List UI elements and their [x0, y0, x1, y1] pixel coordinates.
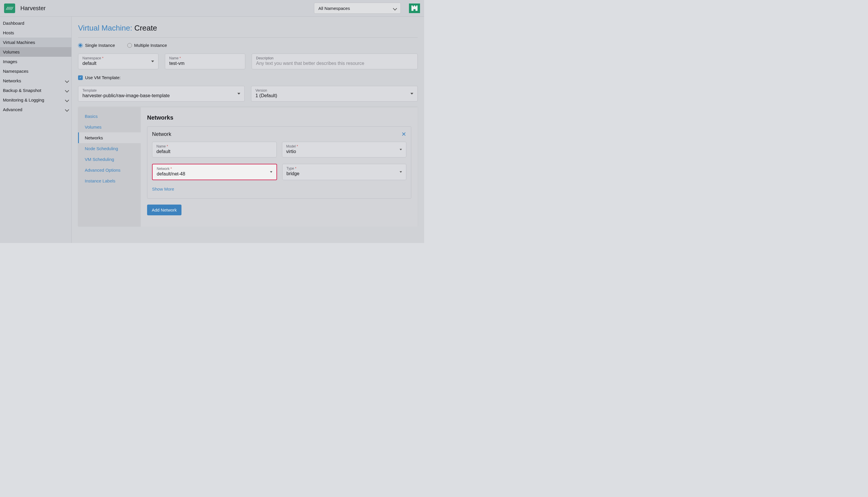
namespace-selected-value: All Namespaces	[318, 6, 350, 11]
network-type-field[interactable]: Type * bridge	[282, 164, 407, 180]
sidebar: DashboardHostsVirtual MachinesVolumesIma…	[0, 17, 72, 243]
namespace-value: default	[82, 61, 154, 66]
version-value: 1 (Default)	[256, 93, 413, 98]
version-field[interactable]: Version 1 (Default)	[251, 86, 418, 102]
sidebar-item-label: Dashboard	[3, 21, 24, 26]
description-field[interactable]: Description Any text you want that bette…	[252, 54, 418, 69]
sidebar-item-label: Volumes	[3, 49, 20, 54]
sidebar-item-label: Monitoring & Logging	[3, 98, 44, 102]
show-more-link[interactable]: Show More	[152, 186, 174, 191]
radio-single-label: Single Instance	[85, 43, 115, 48]
name-value: test-vm	[169, 61, 241, 66]
wheat-icon	[5, 5, 14, 11]
template-label: Template	[82, 88, 240, 93]
network-name-label: Name *	[156, 144, 272, 148]
description-placeholder: Any text you want that better describes …	[256, 61, 413, 66]
sidebar-item-label: Hosts	[3, 30, 14, 35]
top-header: Harvester All Namespaces	[0, 0, 424, 17]
page-title: Virtual Machine: Create	[78, 24, 418, 38]
network-model-value: virtio	[286, 149, 402, 154]
sidebar-item-virtual-machines[interactable]: Virtual Machines	[0, 38, 71, 47]
app-logo[interactable]	[409, 3, 420, 13]
tab-vm-scheduling[interactable]: VM Scheduling	[78, 154, 141, 165]
chevron-down-icon	[66, 98, 68, 102]
instance-mode-row: Single Instance Multiple Instance	[78, 43, 418, 48]
sidebar-item-label: Networks	[3, 78, 21, 83]
castle-icon	[410, 4, 418, 12]
tab-node-scheduling[interactable]: Node Scheduling	[78, 143, 141, 154]
sidebar-item-dashboard[interactable]: Dashboard	[0, 18, 71, 28]
name-label: Name *	[169, 56, 241, 60]
use-template-row[interactable]: ✓ Use VM Template:	[78, 75, 418, 80]
radio-single-instance[interactable]: Single Instance	[78, 43, 115, 48]
sidebar-item-label: Images	[3, 59, 17, 64]
network-model-field[interactable]: Model * virtio	[282, 142, 407, 157]
network-card-title: Network	[152, 131, 171, 137]
sidebar-item-label: Advanced	[3, 107, 23, 112]
tab-advanced-options[interactable]: Advanced Options	[78, 165, 141, 175]
network-network-label: Network *	[157, 167, 272, 171]
use-template-label: Use VM Template:	[85, 75, 121, 80]
network-name-field[interactable]: Name * default	[152, 142, 277, 157]
harvester-logo[interactable]	[4, 3, 15, 13]
tab-instance-labels[interactable]: Instance Labels	[78, 175, 141, 186]
sidebar-item-namespaces[interactable]: Namespaces	[0, 66, 71, 76]
network-type-label: Type *	[287, 167, 402, 171]
sidebar-item-label: Backup & Snapshot	[3, 88, 41, 93]
sidebar-item-label: Namespaces	[3, 69, 29, 74]
sidebar-item-backup-snapshot[interactable]: Backup & Snapshot	[0, 86, 71, 95]
tab-content-networks: Networks Network ✕ Name * default Model …	[141, 108, 418, 227]
namespace-label: Namespace *	[82, 56, 154, 60]
sidebar-item-hosts[interactable]: Hosts	[0, 28, 71, 38]
sidebar-item-volumes[interactable]: Volumes	[0, 47, 71, 57]
close-icon[interactable]: ✕	[401, 131, 406, 138]
networks-section-title: Networks	[147, 114, 411, 121]
sidebar-item-monitoring-logging[interactable]: Monitoring & Logging	[0, 95, 71, 105]
network-card-header: Network ✕	[152, 131, 406, 138]
network-name-value: default	[156, 149, 272, 154]
sidebar-item-networks[interactable]: Networks	[0, 76, 71, 86]
checkbox-checked-icon: ✓	[78, 75, 83, 80]
template-value: harvester-public/raw-image-base-template	[82, 93, 240, 98]
chevron-down-icon	[66, 88, 68, 93]
radio-dot-icon	[78, 43, 83, 48]
page-title-prefix: Virtual Machine:	[78, 24, 134, 32]
radio-dot-icon	[127, 43, 132, 48]
main-content: Virtual Machine: Create Single Instance …	[72, 17, 424, 243]
tab-volumes[interactable]: Volumes	[78, 122, 141, 132]
tabs-column: BasicsVolumesNetworksNode SchedulingVM S…	[78, 108, 141, 227]
chevron-down-icon	[66, 107, 68, 112]
tab-networks[interactable]: Networks	[78, 132, 141, 143]
radio-multiple-instance[interactable]: Multiple Instance	[127, 43, 167, 48]
radio-multiple-label: Multiple Instance	[134, 43, 167, 48]
sidebar-item-images[interactable]: Images	[0, 57, 71, 66]
namespace-field[interactable]: Namespace * default	[78, 54, 159, 69]
add-network-button[interactable]: Add Network	[147, 204, 181, 215]
network-card: Network ✕ Name * default Model * virtio	[147, 126, 411, 199]
sidebar-item-advanced[interactable]: Advanced	[0, 105, 71, 114]
description-label: Description	[256, 56, 413, 60]
namespace-selector[interactable]: All Namespaces	[314, 3, 401, 14]
template-field[interactable]: Template harvester-public/raw-image-base…	[78, 86, 245, 102]
tab-basics[interactable]: Basics	[78, 111, 141, 122]
network-model-label: Model *	[286, 144, 402, 148]
chevron-down-icon	[394, 6, 397, 11]
version-label: Version	[256, 88, 413, 93]
name-field[interactable]: Name * test-vm	[165, 54, 245, 69]
tabs-panel: BasicsVolumesNetworksNode SchedulingVM S…	[78, 108, 418, 227]
network-network-value: default/net-48	[157, 171, 272, 176]
network-type-value: bridge	[287, 171, 402, 176]
page-title-action: Create	[134, 24, 157, 32]
sidebar-item-label: Virtual Machines	[3, 40, 35, 45]
chevron-down-icon	[66, 78, 68, 83]
network-network-field[interactable]: Network * default/net-48	[152, 164, 277, 180]
brand-title: Harvester	[20, 5, 46, 12]
